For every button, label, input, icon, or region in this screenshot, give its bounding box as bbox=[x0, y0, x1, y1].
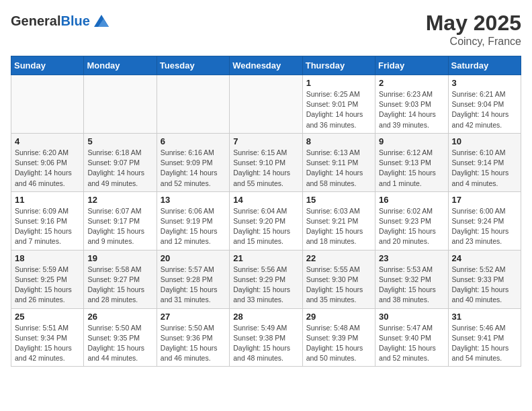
day-number: 13 bbox=[161, 195, 226, 205]
day-detail: Sunrise: 5:49 AMSunset: 9:38 PMDaylight:… bbox=[233, 323, 298, 364]
day-number: 22 bbox=[306, 253, 371, 263]
day-number: 1 bbox=[306, 78, 371, 88]
day-detail: Sunrise: 5:56 AMSunset: 9:29 PMDaylight:… bbox=[233, 265, 298, 306]
calendar-cell: 17Sunrise: 6:00 AMSunset: 9:24 PMDayligh… bbox=[448, 191, 521, 250]
calendar-cell: 24Sunrise: 5:52 AMSunset: 9:33 PMDayligh… bbox=[448, 250, 521, 308]
day-number: 11 bbox=[15, 195, 80, 205]
calendar-week-3: 11Sunrise: 6:09 AMSunset: 9:16 PMDayligh… bbox=[11, 191, 521, 250]
calendar-cell: 18Sunrise: 5:59 AMSunset: 9:25 PMDayligh… bbox=[11, 250, 84, 308]
calendar-week-2: 4Sunrise: 6:20 AMSunset: 9:06 PMDaylight… bbox=[11, 133, 521, 191]
day-number: 10 bbox=[452, 136, 517, 146]
col-monday: Monday bbox=[84, 56, 157, 75]
day-detail: Sunrise: 5:46 AMSunset: 9:41 PMDaylight:… bbox=[452, 323, 517, 364]
day-detail: Sunrise: 5:51 AMSunset: 9:34 PMDaylight:… bbox=[15, 323, 80, 364]
day-number: 24 bbox=[452, 253, 517, 263]
calendar-cell: 10Sunrise: 6:10 AMSunset: 9:14 PMDayligh… bbox=[448, 133, 521, 191]
day-detail: Sunrise: 5:48 AMSunset: 9:39 PMDaylight:… bbox=[306, 323, 371, 364]
calendar-cell: 29Sunrise: 5:48 AMSunset: 9:39 PMDayligh… bbox=[302, 308, 375, 367]
day-detail: Sunrise: 6:25 AMSunset: 9:01 PMDaylight:… bbox=[306, 89, 371, 130]
day-detail: Sunrise: 6:07 AMSunset: 9:17 PMDaylight:… bbox=[87, 206, 152, 247]
calendar-cell: 26Sunrise: 5:50 AMSunset: 9:35 PMDayligh… bbox=[84, 308, 157, 367]
col-wednesday: Wednesday bbox=[230, 56, 302, 75]
calendar-cell: 27Sunrise: 5:50 AMSunset: 9:36 PMDayligh… bbox=[157, 308, 229, 367]
calendar-cell: 12Sunrise: 6:07 AMSunset: 9:17 PMDayligh… bbox=[84, 191, 157, 250]
calendar-week-4: 18Sunrise: 5:59 AMSunset: 9:25 PMDayligh… bbox=[11, 250, 521, 308]
day-number: 4 bbox=[15, 136, 80, 146]
day-number: 17 bbox=[452, 195, 517, 205]
calendar-cell: 19Sunrise: 5:58 AMSunset: 9:27 PMDayligh… bbox=[84, 250, 157, 308]
calendar-cell bbox=[11, 75, 84, 134]
day-detail: Sunrise: 6:03 AMSunset: 9:21 PMDaylight:… bbox=[306, 206, 371, 247]
day-detail: Sunrise: 6:16 AMSunset: 9:09 PMDaylight:… bbox=[161, 148, 226, 189]
day-detail: Sunrise: 6:13 AMSunset: 9:11 PMDaylight:… bbox=[306, 148, 371, 189]
col-tuesday: Tuesday bbox=[157, 56, 229, 75]
calendar-cell: 16Sunrise: 6:02 AMSunset: 9:23 PMDayligh… bbox=[375, 191, 448, 250]
calendar-cell: 3Sunrise: 6:21 AMSunset: 9:04 PMDaylight… bbox=[448, 75, 521, 134]
day-detail: Sunrise: 5:53 AMSunset: 9:32 PMDaylight:… bbox=[379, 265, 444, 306]
day-detail: Sunrise: 6:10 AMSunset: 9:14 PMDaylight:… bbox=[452, 148, 517, 189]
day-detail: Sunrise: 6:15 AMSunset: 9:10 PMDaylight:… bbox=[233, 148, 298, 189]
calendar-cell: 9Sunrise: 6:12 AMSunset: 9:13 PMDaylight… bbox=[375, 133, 448, 191]
day-number: 12 bbox=[87, 195, 152, 205]
calendar-cell: 8Sunrise: 6:13 AMSunset: 9:11 PMDaylight… bbox=[302, 133, 375, 191]
calendar-week-1: 1Sunrise: 6:25 AMSunset: 9:01 PMDaylight… bbox=[11, 75, 521, 134]
calendar-cell bbox=[84, 75, 157, 134]
day-detail: Sunrise: 5:55 AMSunset: 9:30 PMDaylight:… bbox=[306, 265, 371, 306]
calendar-cell: 15Sunrise: 6:03 AMSunset: 9:21 PMDayligh… bbox=[302, 191, 375, 250]
col-sunday: Sunday bbox=[11, 56, 84, 75]
calendar-cell bbox=[230, 75, 302, 134]
day-number: 15 bbox=[306, 195, 371, 205]
day-number: 28 bbox=[233, 312, 298, 322]
logo: GeneralBlue bbox=[11, 11, 112, 31]
day-number: 25 bbox=[15, 312, 80, 322]
day-number: 14 bbox=[233, 195, 298, 205]
calendar-cell: 1Sunrise: 6:25 AMSunset: 9:01 PMDaylight… bbox=[302, 75, 375, 134]
logo-icon bbox=[91, 11, 112, 31]
day-number: 21 bbox=[233, 253, 298, 263]
day-detail: Sunrise: 6:23 AMSunset: 9:03 PMDaylight:… bbox=[379, 89, 444, 130]
day-detail: Sunrise: 5:57 AMSunset: 9:28 PMDaylight:… bbox=[161, 265, 226, 306]
day-number: 31 bbox=[452, 312, 517, 322]
day-detail: Sunrise: 6:06 AMSunset: 9:19 PMDaylight:… bbox=[161, 206, 226, 247]
day-detail: Sunrise: 5:50 AMSunset: 9:35 PMDaylight:… bbox=[87, 323, 152, 364]
day-number: 9 bbox=[379, 136, 444, 146]
day-number: 18 bbox=[15, 253, 80, 263]
day-detail: Sunrise: 5:52 AMSunset: 9:33 PMDaylight:… bbox=[452, 265, 517, 306]
day-number: 29 bbox=[306, 312, 371, 322]
calendar-header-row: Sunday Monday Tuesday Wednesday Thursday… bbox=[11, 56, 521, 75]
day-number: 3 bbox=[452, 78, 517, 88]
day-detail: Sunrise: 6:02 AMSunset: 9:23 PMDaylight:… bbox=[379, 206, 444, 247]
col-friday: Friday bbox=[375, 56, 448, 75]
calendar-cell: 11Sunrise: 6:09 AMSunset: 9:16 PMDayligh… bbox=[11, 191, 84, 250]
calendar-cell: 25Sunrise: 5:51 AMSunset: 9:34 PMDayligh… bbox=[11, 308, 84, 367]
calendar-cell: 30Sunrise: 5:47 AMSunset: 9:40 PMDayligh… bbox=[375, 308, 448, 367]
calendar-cell: 20Sunrise: 5:57 AMSunset: 9:28 PMDayligh… bbox=[157, 250, 229, 308]
calendar-cell: 13Sunrise: 6:06 AMSunset: 9:19 PMDayligh… bbox=[157, 191, 229, 250]
calendar-title: May 2025 bbox=[426, 11, 521, 36]
day-number: 8 bbox=[306, 136, 371, 146]
day-number: 20 bbox=[161, 253, 226, 263]
calendar-cell bbox=[157, 75, 229, 134]
calendar-cell: 28Sunrise: 5:49 AMSunset: 9:38 PMDayligh… bbox=[230, 308, 302, 367]
calendar-cell: 21Sunrise: 5:56 AMSunset: 9:29 PMDayligh… bbox=[230, 250, 302, 308]
day-number: 5 bbox=[87, 136, 152, 146]
day-detail: Sunrise: 6:00 AMSunset: 9:24 PMDaylight:… bbox=[452, 206, 517, 247]
calendar-cell: 23Sunrise: 5:53 AMSunset: 9:32 PMDayligh… bbox=[375, 250, 448, 308]
logo-general-text: GeneralBlue bbox=[11, 13, 90, 29]
day-number: 30 bbox=[379, 312, 444, 322]
day-number: 7 bbox=[233, 136, 298, 146]
col-saturday: Saturday bbox=[448, 56, 521, 75]
day-detail: Sunrise: 6:09 AMSunset: 9:16 PMDaylight:… bbox=[15, 206, 80, 247]
day-number: 27 bbox=[161, 312, 226, 322]
page-header: GeneralBlue May 2025 Coincy, France bbox=[11, 11, 521, 48]
calendar-week-5: 25Sunrise: 5:51 AMSunset: 9:34 PMDayligh… bbox=[11, 308, 521, 367]
day-number: 2 bbox=[379, 78, 444, 88]
calendar-cell: 31Sunrise: 5:46 AMSunset: 9:41 PMDayligh… bbox=[448, 308, 521, 367]
calendar-location: Coincy, France bbox=[426, 36, 521, 48]
calendar-cell: 22Sunrise: 5:55 AMSunset: 9:30 PMDayligh… bbox=[302, 250, 375, 308]
day-number: 23 bbox=[379, 253, 444, 263]
day-number: 19 bbox=[87, 253, 152, 263]
calendar-cell: 4Sunrise: 6:20 AMSunset: 9:06 PMDaylight… bbox=[11, 133, 84, 191]
col-thursday: Thursday bbox=[302, 56, 375, 75]
day-detail: Sunrise: 6:12 AMSunset: 9:13 PMDaylight:… bbox=[379, 148, 444, 189]
